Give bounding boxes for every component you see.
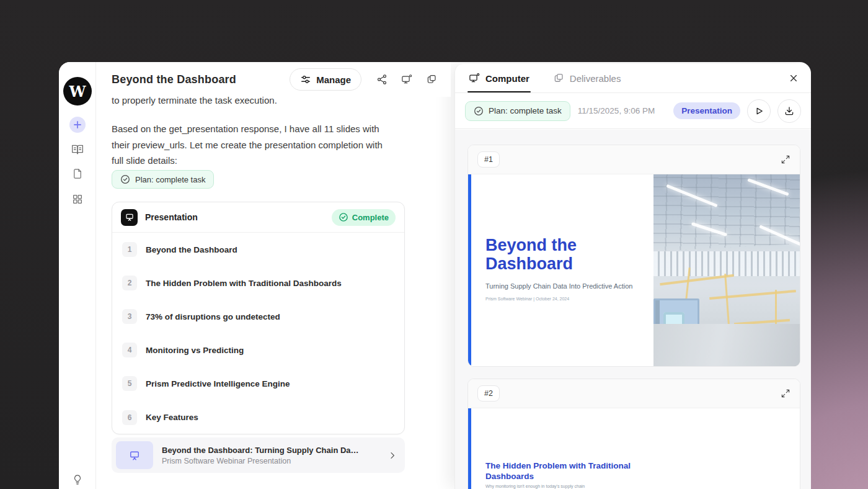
manage-button[interactable]: Manage (290, 68, 361, 91)
slide-render: The Hidden Problem with Traditional Dash… (468, 408, 800, 489)
deliverable-title: Beyond the Dashboard: Turning Supply Cha… (162, 446, 383, 455)
deliverable-thumbnail (116, 441, 153, 469)
app-logo[interactable]: W (63, 77, 92, 105)
tab-deliverables-label: Deliverables (570, 73, 621, 84)
panel-toolbar: Plan: complete task 11/15/2025, 9:06 PM … (455, 93, 811, 129)
slide-number: 4 (122, 343, 137, 357)
sidebar-item-apps[interactable] (72, 194, 83, 205)
play-icon (753, 105, 764, 117)
slide-list-item: 5 Prism Predictive Intelligence Engine (112, 367, 404, 400)
slide-list-item: 4 Monitoring vs Predicting (112, 333, 404, 367)
plan-chip-label: Plan: complete task (135, 175, 205, 184)
slide-title: The Hidden Problem with Traditional Dash… (146, 279, 342, 288)
slide-render-subtitle: Turning Supply Chain Data Into Predictiv… (485, 282, 665, 290)
deliverable-item[interactable]: Beyond the Dashboard: Turning Supply Cha… (112, 437, 405, 473)
presentation-card-header: Presentation Complete (112, 202, 404, 233)
slide-number: 1 (122, 242, 137, 257)
slide-index-badge: #1 (477, 151, 500, 168)
plan-chip-label: Plan: complete task (489, 106, 562, 115)
factory-image (653, 174, 800, 366)
presentation-card: Presentation Complete 1 Beyond the Dashb… (112, 202, 405, 434)
slide-title: Prism Predictive Intelligence Engine (146, 379, 290, 388)
sidebar-item-library[interactable] (71, 143, 84, 156)
tab-computer-label: Computer (485, 73, 529, 84)
slide-render-subtitle: Why monitoring isn't enough in today's s… (485, 484, 585, 488)
status-badge: Complete (332, 209, 396, 226)
deliverable-text: Beyond the Dashboard: Turning Supply Cha… (162, 446, 383, 465)
slide-list-item: 1 Beyond the Dashboard (112, 233, 404, 266)
check-circle-icon (339, 212, 348, 222)
grid-icon (72, 194, 83, 205)
close-panel-button[interactable] (789, 64, 799, 92)
slide-render-title: Beyond the Dashboard (485, 236, 628, 274)
expand-button[interactable] (781, 388, 790, 398)
status-label: Complete (352, 213, 389, 222)
slide-list-item: 6 Key Features (112, 400, 404, 434)
book-icon (71, 143, 84, 156)
plus-icon (73, 120, 82, 130)
close-icon (789, 73, 799, 83)
slide-list: 1 Beyond the Dashboard 2 The Hidden Prob… (112, 233, 404, 434)
sidebar: W (59, 62, 96, 489)
chat-column: to properly terminate the task execution… (96, 62, 451, 489)
timestamp: 11/15/2025, 9:06 PM (578, 106, 655, 115)
copy-icon (426, 74, 437, 85)
sidebar-item-files[interactable] (72, 168, 83, 179)
check-circle-icon (474, 106, 484, 116)
slide-title: Beyond the Dashboard (146, 245, 237, 254)
chevron-right-icon (388, 451, 397, 460)
slide-number: 6 (122, 410, 137, 425)
slide-number: 3 (122, 309, 137, 324)
deliverable-subtitle: Prism Software Webinar Presentation (162, 457, 383, 465)
play-button[interactable] (747, 99, 771, 123)
deliverables-button[interactable] (426, 74, 437, 85)
tab-computer[interactable]: Computer (469, 64, 529, 92)
presentation-card-title: Presentation (145, 212, 332, 222)
assistant-message: Based on the get_presentation response, … (112, 121, 391, 169)
slide-render-title: The Hidden Problem with Traditional Dash… (485, 461, 665, 482)
slide-render-meta: Prism Software Webinar | October 24, 202… (485, 297, 569, 301)
slide-title: Monitoring vs Predicting (146, 346, 244, 355)
presentation-icon (128, 449, 141, 462)
computer-view-button[interactable] (401, 74, 412, 85)
chat-scroll-area: to properly terminate the task execution… (96, 62, 451, 489)
expand-icon (781, 155, 790, 164)
expand-icon (781, 388, 790, 398)
download-button[interactable] (777, 99, 801, 123)
slide-number: 5 (122, 376, 137, 391)
slide-accent-bar (468, 174, 471, 366)
expand-button[interactable] (781, 155, 790, 164)
logo-letter: W (69, 83, 86, 101)
slide-preview-header: #1 (468, 145, 800, 174)
lightbulb-icon (72, 474, 83, 485)
plan-status-chip[interactable]: Plan: complete task (112, 170, 214, 189)
slide-title: Key Features (146, 413, 198, 422)
slide-title: 73% of disruptions go undetected (146, 312, 280, 321)
new-task-button[interactable] (69, 117, 86, 133)
app-window: W to properly terminate the task executi… (59, 62, 811, 489)
slide-list-item: 3 73% of disruptions go undetected (112, 300, 404, 333)
panel-tab-bar: Computer Deliverables (455, 64, 811, 93)
slide-accent-bar (468, 408, 471, 489)
artifact-type-pill: Presentation (673, 102, 740, 119)
manage-label: Manage (316, 74, 351, 85)
computer-icon (401, 74, 412, 85)
check-circle-icon (120, 174, 130, 184)
page-title: Beyond the Dashboard (112, 73, 290, 86)
copy-icon (553, 73, 564, 84)
computer-icon (469, 73, 480, 84)
slide-preview-card: #1 Beyond the Dashboard Turning Supply C… (467, 145, 800, 367)
plan-status-chip[interactable]: Plan: complete task (465, 101, 570, 121)
slide-render: Beyond the Dashboard Turning Supply Chai… (468, 174, 800, 366)
chat-header: Beyond the Dashboard Manage (96, 62, 451, 97)
slide-list-item: 2 The Hidden Problem with Traditional Da… (112, 266, 404, 300)
presentation-icon (121, 209, 138, 226)
download-icon (784, 105, 795, 117)
document-icon (72, 168, 83, 179)
panel-content: #1 Beyond the Dashboard Turning Supply C… (455, 130, 811, 489)
slide-preview-header: #2 (468, 379, 800, 408)
tab-deliverables[interactable]: Deliverables (553, 64, 621, 92)
sliders-icon (300, 74, 311, 85)
share-button[interactable] (376, 74, 388, 85)
sidebar-item-ideas[interactable] (72, 474, 83, 485)
